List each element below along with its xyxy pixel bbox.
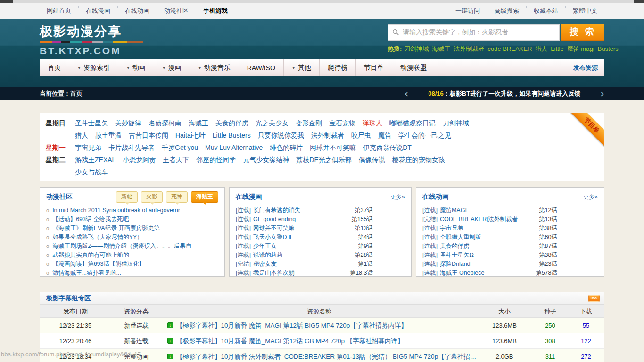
schedule-show-link[interactable]: 伊克西翁传说DT [363, 144, 412, 151]
search-button[interactable]: 搜 索 [561, 24, 604, 41]
topbar-link[interactable]: 繁體中文 [565, 6, 604, 16]
hot-keyword-link[interactable]: 法外制裁者 [454, 45, 484, 52]
schedule-show-link[interactable]: 偶像传说 [359, 156, 385, 164]
schedule-show-link[interactable]: 网球并不可笑嘛 [310, 144, 356, 151]
schedule-show-link[interactable]: 邻座的怪同学 [196, 156, 236, 164]
nav-item-其他[interactable]: ▼其他 [284, 59, 320, 76]
schedule-show-link[interactable]: 绯色的碎片 [270, 144, 303, 151]
topbar-link[interactable]: 高级搜索 [487, 6, 526, 16]
topbar-link[interactable]: 网站首页 [40, 6, 78, 16]
anime-more-link[interactable]: 更多» [583, 193, 598, 201]
resource-link[interactable]: 【极影字幕社】10月新番 魔笛_MAGI 第12话 GB MP4 720p 【字… [176, 333, 404, 348]
nav-item-RAW/ISO[interactable]: RAW/ISO [239, 59, 284, 76]
news-text[interactable]: 08/16：极影BT进行了一次升级，如果有问题请进入反馈 [428, 90, 580, 98]
schedule-show-link[interactable]: 刀剑神域 [443, 119, 469, 127]
title-link[interactable]: 全职猎人重制版 [440, 233, 481, 242]
community-tab-新帖[interactable]: 新帖 [116, 191, 138, 203]
title-link[interactable]: 飞天小女警D Ⅱ [253, 233, 291, 242]
schedule-show-link[interactable]: 樱花庄的宠物女孩 [392, 156, 445, 164]
schedule-show-link[interactable]: 卡片战斗先导者 [108, 144, 155, 151]
schedule-show-link[interactable]: 咬尸虫 [351, 132, 371, 139]
community-topic-link[interactable]: 【活动】693话 全给我去死吧 [52, 216, 129, 222]
schedule-show-link[interactable]: 嘟嘟猫观察日记 [389, 119, 436, 127]
topbar-link[interactable]: 动漫社区 [157, 6, 196, 16]
hot-keyword-link[interactable]: code BREAKER [487, 45, 532, 52]
schedule-ribbon[interactable]: 节目单 [570, 113, 604, 147]
community-tab-死神[interactable]: 死神 [166, 191, 188, 203]
title-link[interactable]: 探险Driland [440, 260, 471, 269]
schedule-show-link[interactable]: 游戏王ZEXAL [75, 156, 116, 164]
community-topic-link[interactable]: 【漫画阅读】第693话【熊猫汉化】 [52, 261, 145, 267]
title-link[interactable]: 美食的俘虏 [440, 242, 470, 251]
title-link[interactable]: CODE BREAKER|法外制裁者 [440, 215, 518, 224]
schedule-show-link[interactable]: Haitai七叶 [175, 132, 206, 139]
title-link[interactable]: 少年王女 [253, 242, 277, 251]
download-icon[interactable]: ↓ [167, 322, 173, 328]
hot-keyword-link[interactable]: Busters [598, 45, 619, 52]
schedule-show-link[interactable]: 名侦探柯南 [149, 119, 182, 127]
hot-keyword-link[interactable]: Little [551, 45, 563, 52]
schedule-show-link[interactable]: 荔枝DE光之俱乐部 [296, 156, 351, 164]
title-link[interactable]: 秘密女友 [253, 260, 277, 269]
schedule-show-link[interactable]: 少女与战车 [75, 168, 108, 176]
schedule-show-link[interactable]: 法外制裁者 [311, 132, 344, 139]
schedule-show-link[interactable]: 小恐龙阿贡 [123, 156, 156, 164]
community-topic-link[interactable]: 如果是变成路飞（大家尽情的YY） [52, 234, 143, 240]
hot-keyword-link[interactable]: 海贼王 [432, 45, 450, 52]
community-topic-link[interactable]: 武器娘其实真的有可能上船的 [52, 252, 129, 258]
schedule-show-link[interactable]: 元气少女缘结神 [243, 156, 289, 164]
schedule-show-link[interactable]: 只要你说你爱我 [258, 132, 304, 139]
nav-item-节目单[interactable]: 节目单 [356, 59, 392, 76]
schedule-show-link[interactable]: 宇宙兄弟 [75, 144, 101, 151]
schedule-show-link[interactable]: 宝石宠物 [329, 119, 355, 127]
community-topic-link[interactable]: 《海贼王》刷新EVA纪录 开画票房影史第二 [52, 225, 165, 231]
hot-keyword-link[interactable]: 猎人 [535, 45, 547, 52]
schedule-show-link[interactable]: Muv Luv Alternative [205, 144, 263, 151]
nav-item-动漫联盟[interactable]: 动漫联盟 [392, 59, 435, 76]
news-next-icon[interactable]: › [600, 89, 604, 99]
title-link[interactable]: 网球并不可笑嘛 [253, 224, 295, 233]
schedule-show-link[interactable]: 王者天下 [163, 156, 189, 164]
news-prev-icon[interactable]: ‹ [404, 89, 408, 99]
topbar-link[interactable]: 在线漫画 [78, 6, 117, 16]
community-tab-火影[interactable]: 火影 [141, 191, 163, 203]
hot-keyword-link[interactable]: 魔笛 magi [567, 45, 594, 52]
schedule-show-link[interactable]: 学生会的一己之见 [398, 132, 451, 139]
resource-link[interactable]: 【極影字幕社】10月新番 魔笛_MAGI 第12話 BIG5 MP4 720p【… [176, 318, 407, 333]
nav-item-爬行榜[interactable]: 爬行榜 [320, 59, 356, 76]
site-logo[interactable]: 极影动漫分享 BT.KTXP.COM [40, 19, 143, 59]
title-link[interactable]: 说谎的莉莉 [253, 251, 283, 260]
topbar-link[interactable]: 手机游戏 [196, 6, 235, 16]
topbar-link[interactable]: 收藏本站 [526, 6, 565, 16]
schedule-show-link[interactable]: 古昔日本传闻 [129, 132, 168, 139]
publish-resource-link[interactable]: 发布资源 [567, 59, 604, 76]
manga-more-link[interactable]: 更多» [390, 193, 405, 201]
schedule-show-link[interactable]: 猎人 [75, 132, 88, 139]
schedule-show-link[interactable]: 美食的俘虏 [215, 119, 248, 127]
schedule-show-link[interactable]: 魔笛 [378, 132, 391, 139]
nav-item-漫画[interactable]: ▼漫画 [154, 59, 190, 76]
schedule-show-link[interactable]: 变形金刚 [296, 119, 322, 127]
schedule-show-link[interactable]: 故土重温 [95, 132, 122, 139]
nav-item-动漫音乐[interactable]: ▼动漫音乐 [190, 59, 239, 76]
resource-link[interactable]: 【極影字幕社】10月新番 法外制裁者_CODE:BREAKER 第01-13話（… [176, 349, 477, 362]
schedule-show-link[interactable]: 千岁Get you [162, 144, 198, 151]
title-link[interactable]: 宇宙兄弟 [440, 224, 463, 233]
download-icon[interactable]: ↓ [167, 338, 173, 344]
community-topic-link[interactable]: 海贼王剧场版Z——剧情介绍（蛋疼误入。。。后果自 [52, 243, 191, 249]
nav-item-资源索引[interactable]: ▼资源索引 [69, 59, 118, 76]
community-tab-海贼王[interactable]: 海贼王 [191, 191, 218, 203]
schedule-show-link[interactable]: 美妙旋律 [115, 119, 141, 127]
title-link[interactable]: 长门有希酱的消失 [253, 206, 300, 215]
title-link[interactable]: GE good ending [253, 215, 296, 224]
hot-keyword-link[interactable]: 刀剑神域 [404, 45, 429, 52]
nav-item-首页[interactable]: 首页 [40, 59, 69, 76]
schedule-show-link[interactable]: Little Busters [213, 132, 251, 139]
topbar-link[interactable]: 一键访问 [448, 6, 487, 16]
search-input[interactable] [403, 28, 555, 36]
community-topic-link[interactable]: 激情海贼王...猫扑看见的... [52, 270, 121, 276]
rss-icon[interactable]: RSS [589, 295, 599, 302]
schedule-show-link[interactable]: 海贼王 [189, 119, 208, 127]
schedule-show-link[interactable]: 光之美少女 [256, 119, 289, 127]
title-link[interactable]: 圣斗士星矢Ω [440, 251, 474, 260]
